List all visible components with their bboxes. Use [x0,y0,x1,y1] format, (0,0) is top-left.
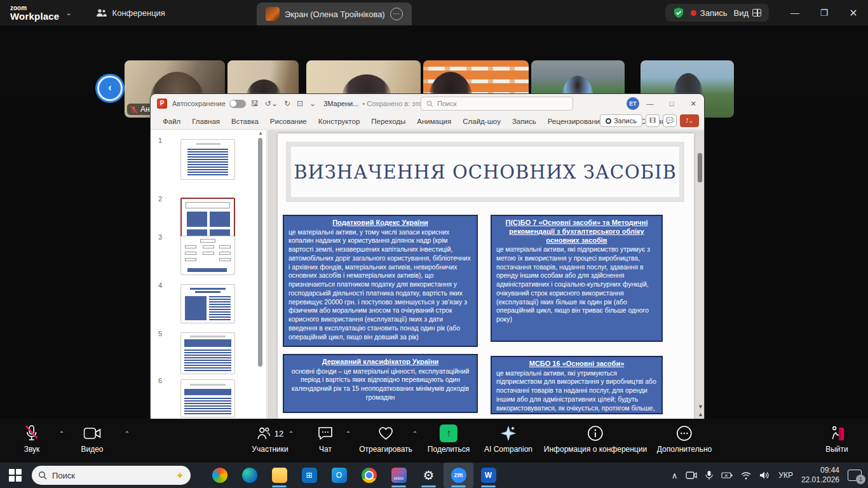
ribbon-tab-animations[interactable]: Анимация [411,118,457,125]
comments-button[interactable]: 💬 [663,114,677,127]
autosave-label: Автосохранение [172,100,226,107]
share-screen-button[interactable]: ↑ Поделиться [428,424,470,454]
ribbon-tab-file[interactable]: Файл [157,118,186,125]
ribbon-tab-home[interactable]: Главная [186,118,226,125]
shared-screen-thumbnail [266,7,280,21]
slide-thumbnail-5[interactable] [180,332,235,374]
language-indicator[interactable]: УКР [778,471,793,480]
ribbon-tab-design[interactable]: Конструктор [313,118,366,125]
current-slide[interactable]: ВИЗНАЧЕННЯ ОСНОВНИХ ЗАСОБІВ Податковий К… [278,133,694,419]
taskbar-word-icon[interactable]: W [473,463,503,488]
tab-shared-screen[interactable]: Экран (Олена Тройнікова) ⋯ [257,3,412,25]
meeting-info-button[interactable]: Информация о конференции [544,424,647,454]
ribbon-tab-insert[interactable]: Вставка [226,118,264,125]
taskbar-settings-icon[interactable]: ⚙ [414,463,444,488]
audio-options-chevron[interactable]: ⌃ [59,430,64,437]
tray-mic-icon[interactable] [705,470,713,480]
slideshow-display-icon[interactable]: ⊡ [297,99,303,108]
chat-options-chevron[interactable]: ⌃ [346,430,351,437]
mute-label: Звук [24,445,40,454]
next-slide-icon[interactable]: ▲ [698,411,703,417]
view-button[interactable]: Вид [733,8,761,18]
slide-panel-scrollbar[interactable]: ▲ [258,133,262,374]
close-button[interactable]: ✕ [839,7,868,19]
windows-taskbar: Поиск ✦ ⊞ O M365 ⚙ zm W ∧ ✕ УКР 09:44 22… [0,463,868,488]
undo-icon[interactable]: ↺⌄ [265,99,278,108]
start-button[interactable] [9,469,22,482]
recording-indicator[interactable]: Запись [691,8,728,18]
minimize-button[interactable]: — [780,8,810,18]
definition-box-tax-code[interactable]: Податковий Кодекс України це матеріальні… [283,215,478,347]
taskbar-store-icon[interactable]: ⊞ [294,463,324,488]
taskbar-m365-icon[interactable]: M365 [384,463,414,488]
qat-customize-icon[interactable]: ⌄ [309,99,316,108]
security-shield-icon[interactable] [673,7,684,18]
tray-speaker-icon[interactable] [759,471,770,480]
redo-icon[interactable]: ↻ [284,99,290,108]
slide-number: 1 [158,137,162,144]
ppt-share-button[interactable]: ⤴⌄ [680,114,699,127]
slide-thumbnail-1[interactable] [180,139,235,180]
tray-wifi-icon[interactable] [741,471,751,480]
ppt-maximize-button[interactable]: □ [661,100,682,107]
taskbar-zoom-icon[interactable]: zm [444,463,473,488]
taskbar-chrome-icon[interactable] [354,463,384,488]
definition-box-msbo16[interactable]: МСБО 16 «Основні засоби» це матеріальні … [491,356,663,414]
ai-companion-button[interactable]: AI Companion [484,424,532,454]
ribbon-tab-record[interactable]: Запись [506,118,542,125]
ppt-search-box[interactable]: Поиск [421,97,573,111]
taskbar-file-explorer-icon[interactable] [264,463,294,488]
slide-thumbnail-6[interactable] [180,379,235,417]
participants-options-chevron[interactable]: ⌃ [288,430,294,437]
slide-thumbnail-panel: 1 2 3 [151,130,267,419]
mute-button[interactable]: Звук [24,424,40,454]
video-options-chevron[interactable]: ⌃ [125,430,130,437]
scrollbar-thumb[interactable] [258,138,262,367]
tray-battery-icon[interactable]: ✕ [721,471,733,479]
definition-box-classifier[interactable]: Державний класифікатор України основні ф… [283,354,478,413]
taskbar-edge-icon[interactable] [234,463,264,488]
ribbon-tab-transitions[interactable]: Переходы [365,118,411,125]
tab-options-icon[interactable]: ⋯ [390,8,403,20]
participants-button[interactable]: 12 Участники [252,424,288,454]
share-label: Поделиться [428,445,470,454]
chevron-down-icon[interactable]: ⌄ [65,9,71,17]
taskbar-outlook-icon[interactable]: O [324,463,354,488]
tab-meeting[interactable]: Конференция [87,0,174,25]
scrollbar-thumb[interactable] [698,153,702,182]
restore-button[interactable]: ❐ [810,8,839,18]
ribbon-tab-draw[interactable]: Рисование [264,118,313,125]
react-options-chevron[interactable]: ⌃ [412,430,417,437]
slide-thumbnail-4[interactable] [180,284,235,323]
scroll-down-icon[interactable]: ▼ [698,403,703,410]
slide-thumbnail-2[interactable] [180,198,235,241]
more-button[interactable]: Дополнительно [657,424,712,454]
ribbon-tab-slideshow[interactable]: Слайд-шоу [457,118,506,125]
scroll-up-icon[interactable]: ▲ [258,130,263,136]
user-avatar[interactable]: ЕТ [627,97,639,110]
notification-center-icon[interactable]: 1 [848,470,862,481]
leave-meeting-button[interactable]: Выйти [825,424,848,454]
ppt-minimize-button[interactable]: — [639,100,661,107]
chat-button[interactable]: Чат [317,424,334,454]
slide-vertical-scrollbar[interactable]: ▼ ▲ [698,130,703,419]
slide-thumbnail-3[interactable] [180,236,235,275]
video-button[interactable]: Видео [81,424,103,454]
logo-line1: zoom [10,5,59,11]
view-label: Вид [733,8,749,18]
taskbar-search-box[interactable]: Поиск ✦ [32,466,191,485]
ppt-close-button[interactable]: ✕ [682,100,704,108]
scroll-left-button[interactable]: ‹ [99,78,121,99]
camera-button[interactable]: 🎞 [646,114,660,127]
meeting-info-label: Информация о конференции [544,445,647,454]
taskbar-copilot-icon[interactable] [205,463,234,488]
react-button[interactable]: Отреагировать [359,424,412,454]
leave-door-icon [829,425,845,442]
autosave-toggle[interactable] [229,100,246,108]
definition-box-psbo7[interactable]: П(С)БО 7 «Основні засоби» та Методичні р… [491,215,663,342]
taskbar-clock[interactable]: 09:44 22.01.2026 [801,466,839,485]
ppt-record-button[interactable]: Запись [600,114,642,127]
hidden-icons-chevron[interactable]: ∧ [672,471,678,480]
tray-camera-icon[interactable] [686,471,697,480]
save-icon[interactable]: 🖫 [251,99,259,108]
